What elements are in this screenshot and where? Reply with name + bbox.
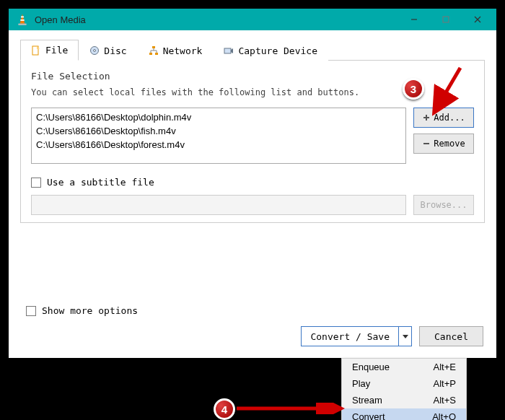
svg-rect-14 <box>155 53 158 55</box>
annotation-callout-3: 3 <box>403 78 424 100</box>
svg-point-11 <box>94 50 96 52</box>
list-item[interactable]: C:\Users\86166\Desktop\forest.m4v <box>36 139 401 152</box>
plus-icon <box>422 113 431 122</box>
svg-marker-0 <box>20 14 25 24</box>
maximize-button[interactable] <box>430 9 462 30</box>
footer-buttons: Convert / Save Cancel <box>301 326 483 346</box>
tab-network[interactable]: Network <box>138 40 214 61</box>
vlc-cone-icon <box>16 13 29 26</box>
menu-item-convert[interactable]: ConvertAlt+O <box>342 408 466 420</box>
tab-label: Network <box>163 45 203 56</box>
convert-save-button[interactable]: Convert / Save <box>301 326 412 346</box>
svg-marker-20 <box>403 335 408 338</box>
show-more-options-row: Show more options <box>26 305 138 316</box>
file-button-column: Add... Remove <box>413 108 474 164</box>
svg-rect-1 <box>18 24 26 25</box>
svg-rect-5 <box>443 17 449 22</box>
add-label: Add... <box>434 113 465 123</box>
subtitle-label: Use a subtitle file <box>47 177 154 188</box>
svg-rect-15 <box>224 48 231 53</box>
show-more-options-label: Show more options <box>42 305 138 316</box>
open-media-window: Open Media File Disc Network Capture Dev… <box>9 9 496 358</box>
subtitle-checkbox-row: Use a subtitle file <box>31 177 474 188</box>
subtitle-path-input <box>31 195 406 215</box>
svg-rect-2 <box>21 17 24 18</box>
tab-file[interactable]: File <box>20 40 79 61</box>
tab-capture-device[interactable]: Capture Device <box>213 40 328 61</box>
add-button[interactable]: Add... <box>413 108 474 128</box>
file-list[interactable]: C:\Users\86166\Desktop\dolphin.m4v C:\Us… <box>31 108 406 164</box>
content-area: File Disc Network Capture Device File Se… <box>9 30 496 358</box>
tab-label: File <box>45 45 68 56</box>
file-area: C:\Users\86166\Desktop\dolphin.m4v C:\Us… <box>31 108 474 164</box>
svg-rect-12 <box>152 46 155 48</box>
list-item[interactable]: C:\Users\86166\Desktop\fish.m4v <box>36 125 401 139</box>
chevron-down-icon <box>403 333 408 339</box>
cancel-button[interactable]: Cancel <box>419 326 483 346</box>
menu-item-enqueue[interactable]: EnqueueAlt+E <box>342 359 466 375</box>
network-icon <box>149 45 159 56</box>
annotation-callout-4: 4 <box>214 398 235 420</box>
remove-button[interactable]: Remove <box>413 134 474 154</box>
minus-icon <box>422 139 431 148</box>
menu-item-play[interactable]: PlayAlt+P <box>342 375 466 392</box>
convert-save-caret[interactable] <box>398 327 411 346</box>
tabs-bar: File Disc Network Capture Device <box>20 39 485 61</box>
minimize-button[interactable] <box>398 9 430 30</box>
annotation-arrow-4 <box>237 403 345 414</box>
subtitle-browse-row: Browse... <box>31 195 474 215</box>
svg-rect-3 <box>20 19 24 21</box>
tab-disc[interactable]: Disc <box>79 40 137 61</box>
convert-save-label: Convert / Save <box>302 331 398 342</box>
tab-label: Capture Device <box>238 45 317 56</box>
tab-label: Disc <box>104 45 126 56</box>
subtitle-checkbox[interactable] <box>31 178 41 188</box>
titlebar: Open Media <box>9 9 496 30</box>
list-item[interactable]: C:\Users\86166\Desktop\dolphin.m4v <box>36 111 401 125</box>
capture-device-icon <box>224 45 234 56</box>
remove-label: Remove <box>434 139 465 149</box>
menu-item-stream[interactable]: StreamAlt+S <box>342 392 466 408</box>
convert-save-menu: EnqueueAlt+E PlayAlt+P StreamAlt+S Conve… <box>341 358 467 420</box>
window-title: Open Media <box>35 14 398 25</box>
svg-rect-13 <box>149 53 152 55</box>
browse-button: Browse... <box>413 195 474 215</box>
disc-icon <box>89 45 100 56</box>
show-more-options-checkbox[interactable] <box>26 306 36 316</box>
file-icon <box>31 45 41 56</box>
close-button[interactable] <box>462 9 493 30</box>
